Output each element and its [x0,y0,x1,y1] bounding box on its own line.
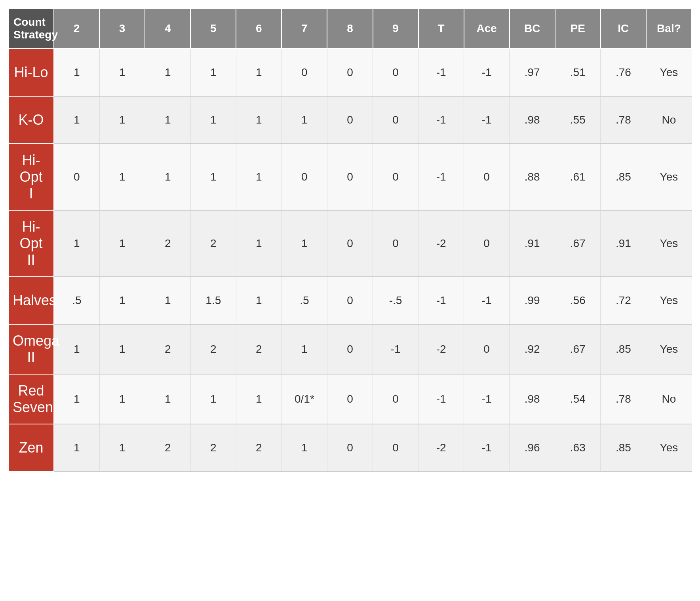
header-col-Bal: Bal? [646,8,692,49]
table-cell: 0 [327,144,373,210]
table-cell: 2 [190,424,236,472]
table-cell: .67 [555,210,601,277]
table-cell: 1 [99,49,145,96]
table-cell: -1 [418,49,464,96]
table-cell: 0 [327,424,373,472]
table-cell: 1 [99,210,145,277]
table-cell: -2 [418,424,464,472]
table-row: Halves.5111.51.50-.5-1-1.99.56.72Yes [8,277,692,324]
header-col-5: 5 [190,8,236,49]
table-cell: 1 [54,374,99,424]
table-cell: -1 [418,277,464,324]
header-col-3: 3 [99,8,145,49]
table-cell: .98 [510,374,555,424]
table-cell: -1 [373,324,418,374]
table-cell: .91 [510,210,555,277]
strategy-name: RedSeven [8,374,54,424]
table-cell: 1 [190,96,236,144]
header-col-6: 6 [236,8,282,49]
table-row: OmegaII1122210-1-20.92.67.85Yes [8,324,692,374]
table-cell: 0 [327,49,373,96]
header-col-Ace: Ace [464,8,510,49]
table-row: RedSeven111110/1*00-1-1.98.54.78No [8,374,692,424]
table-cell: .85 [601,424,646,472]
table-cell: 1 [282,96,327,144]
table-cell: No [646,96,692,144]
table-cell: .76 [601,49,646,96]
table-row: Hi-OptII11221100-20.91.67.91Yes [8,210,692,277]
table-cell: -1 [464,96,510,144]
strategy-name: Halves [8,277,54,324]
header-col-9: 9 [373,8,418,49]
table-cell: 0 [327,210,373,277]
table-row: K-O11111100-1-1.98.55.78No [8,96,692,144]
header-col-BC: BC [510,8,555,49]
table-cell: 1 [282,210,327,277]
table-cell: .88 [510,144,555,210]
table-cell: 1 [236,144,282,210]
table-cell: 2 [236,324,282,374]
strategy-name: Hi-Lo [8,49,54,96]
table-cell: 0 [327,277,373,324]
table-cell: 0 [327,374,373,424]
table-cell: 2 [190,210,236,277]
table-cell: .78 [601,374,646,424]
header-col-8: 8 [327,8,373,49]
table-cell: 2 [145,324,190,374]
header-col-T: T [418,8,464,49]
table-cell: Yes [646,277,692,324]
table-cell: Yes [646,424,692,472]
table-cell: 0 [373,210,418,277]
table-cell: 1 [99,424,145,472]
table-cell: -1 [464,277,510,324]
table-cell: 0 [464,324,510,374]
table-cell: 1 [190,49,236,96]
table-cell: .78 [601,96,646,144]
table-cell: 1 [236,96,282,144]
table-cell: 2 [145,424,190,472]
table-cell: 0 [282,144,327,210]
table-cell: .5 [282,277,327,324]
table-cell: Yes [646,49,692,96]
table-cell: No [646,374,692,424]
table-cell: 1 [54,49,99,96]
table-cell: 1 [54,210,99,277]
table-cell: .99 [510,277,555,324]
table-cell: 1 [282,324,327,374]
table-row: Hi-Lo11111000-1-1.97.51.76Yes [8,49,692,96]
table-row: Zen11222100-2-1.96.63.85Yes [8,424,692,472]
table-cell: .54 [555,374,601,424]
table-cell: 0 [373,144,418,210]
table-cell: Yes [646,210,692,277]
table-cell: -1 [418,144,464,210]
table-cell: 1 [145,374,190,424]
table-cell: 0/1* [282,374,327,424]
table-cell: 2 [236,424,282,472]
table-cell: .91 [601,210,646,277]
header-col-IC: IC [601,8,646,49]
table-cell: 1 [236,374,282,424]
table-cell: 1 [54,96,99,144]
table-cell: 1 [236,49,282,96]
table-cell: -1 [418,374,464,424]
table-cell: .67 [555,324,601,374]
table-cell: 0 [373,424,418,472]
table-cell: -1 [464,424,510,472]
table-cell: .98 [510,96,555,144]
table-cell: .56 [555,277,601,324]
table-cell: 0 [327,96,373,144]
table-cell: 2 [145,210,190,277]
header-col-4: 4 [145,8,190,49]
strategy-name: OmegaII [8,324,54,374]
table-cell: 1 [99,374,145,424]
table-cell: 1 [54,424,99,472]
table-cell: -2 [418,210,464,277]
table-cell: .96 [510,424,555,472]
table-cell: 1 [190,144,236,210]
strategy-name: Hi-OptI [8,144,54,210]
table-cell: -1 [464,374,510,424]
table-cell: 0 [373,96,418,144]
table-cell: 0 [464,210,510,277]
table-cell: 1 [145,144,190,210]
table-cell: 0 [464,144,510,210]
